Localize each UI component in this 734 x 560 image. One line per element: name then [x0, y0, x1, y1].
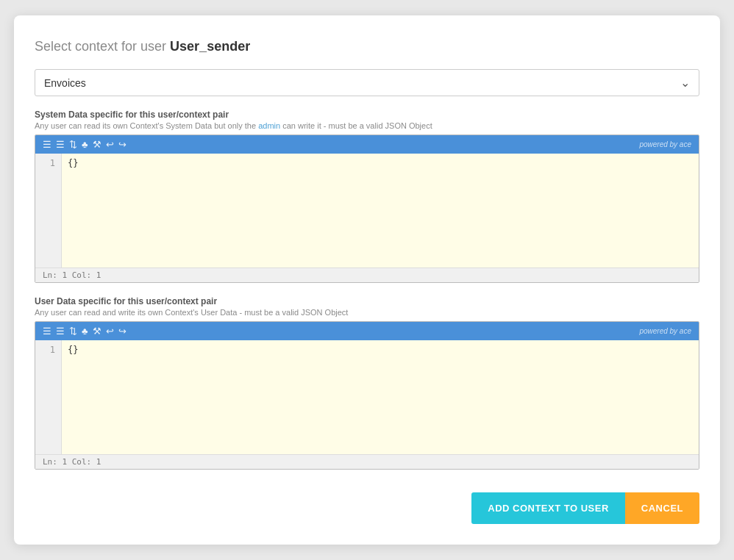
user-data-content[interactable]: {}	[62, 340, 699, 454]
toolbar-icon-filter[interactable]: ♣	[82, 139, 88, 150]
user-data-powered-by: powered by ace	[639, 327, 691, 335]
user-data-editor-body[interactable]: 1 {}	[35, 340, 699, 454]
system-data-toolbar: ☰ ☰ ⇅ ♣ ⚒ ↩ ↪ powered by ace	[35, 135, 699, 154]
title-prefix: Select context for user	[35, 39, 170, 54]
user-toolbar-icon-redo[interactable]: ↪	[118, 326, 127, 337]
modal-dialog: Select context for user User_sender Envo…	[14, 15, 720, 545]
toolbar-icon-sort[interactable]: ⇅	[69, 139, 77, 150]
system-data-line-numbers: 1	[35, 154, 62, 268]
toolbar-icon-align-center[interactable]: ☰	[56, 139, 65, 150]
toolbar-icon-align-left[interactable]: ☰	[43, 139, 51, 150]
user-toolbar-icon-align-left[interactable]: ☰	[43, 326, 51, 337]
user-data-editor: ☰ ☰ ⇅ ♣ ⚒ ↩ ↪ powered by ace 1 {} Ln: 1 …	[35, 321, 699, 470]
user-toolbar-icon-undo[interactable]: ↩	[106, 326, 114, 337]
context-dropdown[interactable]: Envoices ⌄	[35, 69, 699, 96]
system-data-label: System Data specific for this user/conte…	[35, 110, 699, 120]
system-data-desc-suffix: can write it - must be a valid JSON Obje…	[280, 121, 432, 130]
user-data-line-1: 1	[41, 345, 55, 355]
system-data-editor: ☰ ☰ ⇅ ♣ ⚒ ↩ ↪ powered by ace 1 {} Ln: 1 …	[35, 134, 699, 283]
username: User_sender	[170, 39, 250, 54]
add-context-button[interactable]: ADD CONTEXT TO USER	[471, 492, 625, 524]
system-data-toolbar-icons: ☰ ☰ ⇅ ♣ ⚒ ↩ ↪	[43, 139, 127, 150]
user-toolbar-icon-filter[interactable]: ♣	[82, 326, 88, 337]
toolbar-icon-settings[interactable]: ⚒	[93, 139, 101, 150]
user-toolbar-icon-sort[interactable]: ⇅	[69, 326, 77, 337]
user-toolbar-icon-settings[interactable]: ⚒	[93, 326, 101, 337]
system-data-powered-by: powered by ace	[639, 140, 691, 148]
chevron-down-icon: ⌄	[680, 76, 690, 90]
system-data-admin-highlight: admin	[258, 121, 280, 130]
modal-footer: ADD CONTEXT TO USER CANCEL	[35, 485, 699, 524]
system-data-line-1: 1	[41, 158, 55, 168]
system-data-statusbar: Ln: 1 Col: 1	[35, 268, 699, 282]
toolbar-icon-undo[interactable]: ↩	[106, 139, 114, 150]
user-data-value: {}	[68, 345, 78, 355]
system-data-content[interactable]: {}	[62, 154, 699, 268]
user-data-toolbar-icons: ☰ ☰ ⇅ ♣ ⚒ ↩ ↪	[43, 326, 127, 337]
system-data-description: Any user can read its own Context's Syst…	[35, 121, 699, 130]
toolbar-icon-redo[interactable]: ↪	[118, 139, 127, 150]
system-data-desc-prefix: Any user can read its own Context's Syst…	[35, 121, 258, 130]
user-data-toolbar: ☰ ☰ ⇅ ♣ ⚒ ↩ ↪ powered by ace	[35, 322, 699, 340]
system-data-value: {}	[68, 158, 78, 168]
system-data-editor-body[interactable]: 1 {}	[35, 154, 699, 268]
modal-title: Select context for user User_sender	[35, 39, 699, 54]
user-data-label: User Data specific for this user/context…	[35, 296, 699, 306]
cancel-button[interactable]: CANCEL	[625, 492, 699, 524]
user-data-statusbar: Ln: 1 Col: 1	[35, 454, 699, 469]
dropdown-value: Envoices	[44, 77, 86, 89]
user-data-description: Any user can read and write its own Cont…	[35, 308, 699, 317]
user-data-line-numbers: 1	[35, 340, 62, 454]
user-toolbar-icon-align-center[interactable]: ☰	[56, 326, 65, 337]
